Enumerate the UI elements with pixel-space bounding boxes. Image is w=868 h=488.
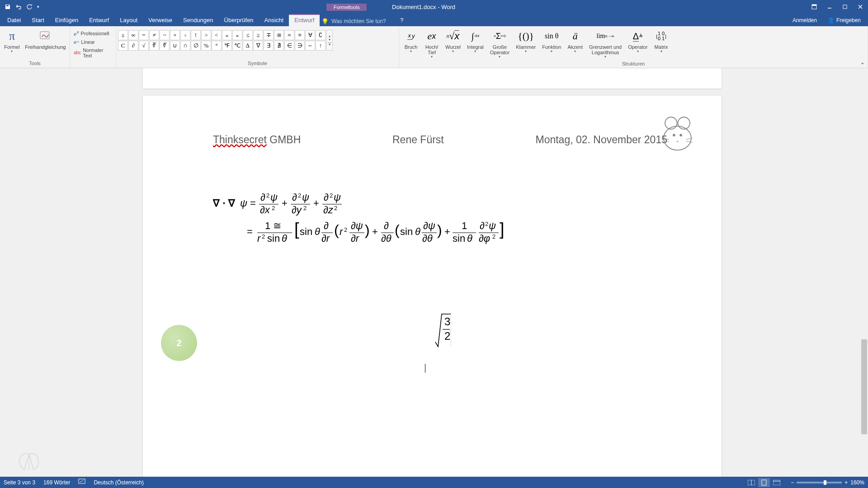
symbol-cell[interactable]: % bbox=[201, 41, 211, 51]
symbol-cell[interactable]: ℃ bbox=[232, 41, 242, 51]
symbol-cell[interactable]: ! bbox=[191, 30, 201, 40]
symbol-cell[interactable]: « bbox=[222, 30, 232, 40]
symbol-cell[interactable]: √ bbox=[139, 41, 149, 51]
symbol-cell[interactable]: ∞ bbox=[128, 30, 138, 40]
symbol-cell[interactable]: ∇ bbox=[253, 41, 263, 51]
qat-customize-button[interactable]: ▾ bbox=[35, 2, 41, 12]
symbol-cell[interactable]: ℉ bbox=[222, 41, 232, 51]
tab-layout[interactable]: Layout bbox=[114, 14, 143, 26]
share-button[interactable]: 👤Freigeben bbox=[822, 14, 866, 26]
symbol-cell[interactable]: ∃ bbox=[264, 41, 274, 51]
word-count[interactable]: 169 Wörter bbox=[43, 479, 70, 486]
undo-button[interactable] bbox=[14, 2, 24, 12]
tab-references[interactable]: Verweise bbox=[143, 14, 178, 26]
tab-mailings[interactable]: Sendungen bbox=[178, 14, 219, 26]
language-indicator[interactable]: Deutsch (Österreich) bbox=[94, 479, 144, 486]
symbol-cell[interactable]: ~ bbox=[160, 30, 170, 40]
symbol-cell[interactable]: ∁ bbox=[316, 30, 326, 40]
fraction-button[interactable]: xyBruch▾ bbox=[401, 27, 421, 55]
matrix-button[interactable]: [1 00 1]Matrix▾ bbox=[651, 27, 671, 55]
symbol-cell[interactable]: ∛ bbox=[149, 41, 159, 51]
tab-file[interactable]: Datei bbox=[2, 14, 26, 26]
tell-me-input[interactable] bbox=[329, 16, 396, 26]
symbol-cell[interactable]: ∩ bbox=[180, 41, 190, 51]
normal-text-button[interactable]: abcNormaler Text bbox=[72, 47, 114, 59]
redo-button[interactable] bbox=[24, 2, 34, 12]
tell-me-search[interactable]: 💡 bbox=[321, 16, 396, 26]
symbol-cell[interactable]: ≅ bbox=[274, 30, 284, 40]
symbol-cell[interactable]: > bbox=[201, 30, 211, 40]
symbol-cell[interactable]: ← bbox=[305, 41, 315, 51]
minimize-button[interactable] bbox=[822, 0, 837, 14]
symbol-cell[interactable]: ≠ bbox=[149, 30, 159, 40]
print-layout-button[interactable] bbox=[758, 478, 770, 487]
laplacian-formula[interactable]: ∇ ⋅ ∇ψ = ∂2ψ ∂x2 + ∂2ψ ∂y2 + ∂2ψ ∂z2 = 1… bbox=[213, 191, 507, 252]
symbol-gallery[interactable]: ±∞=≠~×÷!><«»≤≥∓≅≈≡∀∁C∂√∛∜∪∩∅%°℉℃∆∇∃∄∈∋←↑ bbox=[118, 30, 326, 51]
symbol-cell[interactable]: ↑ bbox=[316, 41, 326, 51]
symbol-cell[interactable]: ≤ bbox=[243, 30, 253, 40]
accent-button[interactable]: äAkzent▾ bbox=[565, 27, 585, 55]
tab-start[interactable]: Start bbox=[26, 14, 49, 26]
integral-button[interactable]: ∫-xxIntegral▾ bbox=[464, 27, 486, 55]
symbol-cell[interactable]: ≈ bbox=[284, 30, 294, 40]
symbol-cell[interactable]: ∄ bbox=[274, 41, 284, 51]
symbol-cell[interactable]: ∜ bbox=[160, 41, 170, 51]
collapse-ribbon-button[interactable]: ⌃ bbox=[860, 61, 865, 69]
symbol-cell[interactable]: ≡ bbox=[295, 30, 305, 40]
vertical-scrollbar[interactable] bbox=[860, 68, 868, 477]
ribbon-display-options-button[interactable] bbox=[807, 0, 822, 14]
limit-button[interactable]: limn→∞Grenzwert und Logarithmus▾ bbox=[586, 27, 624, 60]
formula-button[interactable]: π Formel ▾ bbox=[2, 27, 22, 55]
symbol-cell[interactable]: ≥ bbox=[253, 30, 263, 40]
scrollbar-thumb[interactable] bbox=[861, 339, 867, 434]
symbol-cell[interactable]: < bbox=[212, 30, 222, 40]
symbol-cell[interactable]: ∋ bbox=[295, 41, 305, 51]
spellcheck-button[interactable] bbox=[78, 479, 85, 486]
symbol-cell[interactable]: × bbox=[170, 30, 180, 40]
page-indicator[interactable]: Seite 3 von 3 bbox=[4, 479, 35, 486]
read-mode-button[interactable] bbox=[745, 478, 757, 487]
sqrt-fraction-formula[interactable]: 3 2 bbox=[434, 310, 453, 352]
symbol-cell[interactable]: ∪ bbox=[170, 41, 180, 51]
tab-insert[interactable]: Einfügen bbox=[50, 14, 84, 26]
zoom-out-button[interactable]: − bbox=[791, 479, 794, 486]
symbol-cell[interactable]: ÷ bbox=[180, 30, 190, 40]
tab-help[interactable]: ? bbox=[396, 14, 407, 26]
web-layout-button[interactable] bbox=[771, 478, 783, 487]
zoom-in-button[interactable]: + bbox=[844, 479, 848, 486]
symbol-gallery-more-button[interactable]: ▴▾▾ bbox=[326, 30, 333, 51]
symbol-cell[interactable]: ∈ bbox=[284, 41, 294, 51]
symbol-cell[interactable]: ∆ bbox=[243, 41, 253, 51]
symbol-cell[interactable]: ± bbox=[118, 30, 128, 40]
ink-equation-button[interactable]: Freihandgleichung bbox=[23, 27, 68, 51]
tab-view[interactable]: Ansicht bbox=[259, 14, 289, 26]
tab-review[interactable]: Überprüfen bbox=[219, 14, 259, 26]
radical-button[interactable]: n√xWurzel▾ bbox=[443, 27, 463, 55]
function-button[interactable]: sin θFunktion▾ bbox=[539, 27, 564, 55]
page[interactable]: Thinksecret GMBH Rene Fürst Montag, 02. … bbox=[143, 96, 722, 477]
linear-button[interactable]: ℯ^Linear bbox=[72, 38, 114, 46]
bracket-button[interactable]: {()}Klammer▾ bbox=[513, 27, 538, 55]
header-logo bbox=[656, 110, 699, 153]
symbol-cell[interactable]: » bbox=[232, 30, 242, 40]
symbol-cell[interactable]: = bbox=[139, 30, 149, 40]
svg-text:∂: ∂ bbox=[384, 220, 389, 231]
symbol-cell[interactable]: ∅ bbox=[191, 41, 201, 51]
maximize-button[interactable] bbox=[837, 0, 853, 14]
symbol-cell[interactable]: C bbox=[118, 41, 128, 51]
symbol-cell[interactable]: ∓ bbox=[264, 30, 274, 40]
script-button[interactable]: exHoch/ Tief▾ bbox=[422, 27, 442, 60]
large-operator-button[interactable]: nΣi=0Große Operator▾ bbox=[487, 27, 512, 60]
signin-link[interactable]: Anmelden bbox=[787, 14, 822, 26]
operator-button[interactable]: Δ≜Operator▾ bbox=[625, 27, 650, 55]
close-button[interactable] bbox=[853, 0, 868, 14]
tab-design[interactable]: Entwurf bbox=[84, 14, 114, 26]
tab-equation-design[interactable]: EEntwurf bbox=[289, 14, 320, 26]
symbol-cell[interactable]: ° bbox=[212, 41, 222, 51]
save-button[interactable] bbox=[3, 2, 13, 12]
symbol-cell[interactable]: ∀ bbox=[305, 30, 315, 40]
symbol-cell[interactable]: ∂ bbox=[128, 41, 138, 51]
professional-button[interactable]: ℯxProfessionell bbox=[72, 29, 114, 38]
zoom-slider[interactable] bbox=[797, 482, 842, 483]
zoom-level[interactable]: 160% bbox=[850, 479, 864, 486]
